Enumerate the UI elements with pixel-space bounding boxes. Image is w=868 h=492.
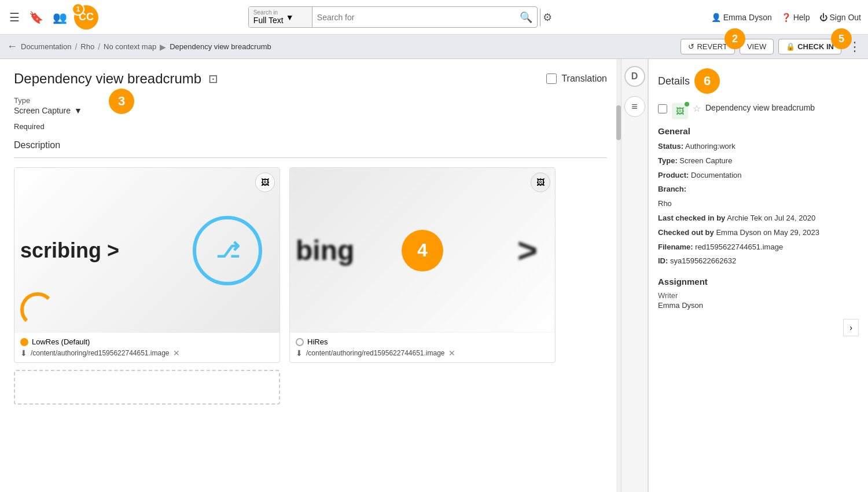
page-title: Dependency view breadcrumb: [14, 71, 201, 87]
logo-circle[interactable]: CC 1: [74, 5, 98, 30]
user-name: Emma Dyson: [723, 13, 772, 22]
images-row: scribing > ⎇ 🖼 LowRes (Default): [14, 167, 607, 363]
back-button[interactable]: ←: [7, 41, 17, 53]
nav-right: 👤 Emma Dyson ❓ Help ⏻ Sign Out: [711, 13, 861, 22]
image-mock-2: bing >: [290, 168, 555, 333]
page-title-row: Dependency view breadcrumb ⊡ Translation: [14, 71, 607, 87]
revert-label: REVERT: [697, 42, 727, 51]
green-dot: [685, 102, 689, 107]
resolution-label-2: HiRes: [307, 337, 328, 346]
type-label: Type:: [658, 156, 678, 165]
power-icon: ⏻: [819, 13, 827, 22]
checkin-button[interactable]: 🔒 CHECK IN: [778, 39, 841, 54]
add-image-box[interactable]: [14, 370, 280, 405]
type-value[interactable]: Screen Capture ▼ 3: [14, 106, 607, 115]
revert-button[interactable]: ↺ REVERT: [681, 39, 735, 54]
details-title: Details: [658, 75, 690, 87]
scroll-thumb: [616, 105, 621, 140]
details-item-row: 🖼 ☆ Dependency view breadcrumb: [658, 103, 859, 119]
image-action-btn-2[interactable]: 🖼: [531, 172, 550, 192]
file-path-row-2: ⬇ /content/authoring/red1595622744651.im…: [296, 348, 549, 358]
radio-unselected-2[interactable]: [296, 338, 304, 346]
breadcrumb-sep2: /: [98, 42, 100, 52]
search-area: Search in Full Text ▼ 🔍 ⚙: [103, 6, 697, 28]
image-preview-2: bing > 🖼 4: [290, 168, 555, 333]
product-value: Documentation: [691, 171, 741, 179]
breadcrumb-current: Dependency view breadcrumb: [170, 42, 271, 51]
chevron-down-icon: ▼: [286, 13, 294, 22]
resolution-label-1: LowRes (Default): [32, 337, 90, 346]
d-panel-icon[interactable]: D: [624, 66, 645, 87]
last-checked-line: Last checked in by Archie Tek on Jul 24,…: [658, 212, 859, 225]
type-detail-value: Screen Capture: [679, 156, 732, 165]
branch-value: Rho: [658, 199, 672, 208]
translation-checkbox[interactable]: [546, 74, 557, 84]
user-info[interactable]: 👤 Emma Dyson: [711, 13, 772, 22]
breadcrumb-bar: ← Documentation / Rho / No context map ▶…: [0, 35, 868, 59]
general-section: General Status: Authoring:work Type: Scr…: [658, 126, 859, 267]
people-icon[interactable]: 👥: [50, 8, 69, 27]
left-panel: Dependency view breadcrumb ⊡ Translation…: [0, 59, 621, 492]
star-icon[interactable]: ☆: [693, 103, 701, 114]
last-checked-value: Archie Tek on Jul 24, 2020: [727, 214, 815, 222]
type-field-label: Type: [14, 96, 607, 105]
type-dropdown-icon[interactable]: ▼: [74, 106, 82, 115]
details-item-checkbox[interactable]: [658, 104, 667, 113]
description-section-title: Description: [14, 140, 607, 150]
menu-icon[interactable]: ☰: [7, 8, 22, 27]
download-icon-1[interactable]: ⬇: [20, 348, 27, 358]
type-text: Screen Capture: [14, 106, 71, 115]
list-panel-icon[interactable]: ≡: [624, 96, 645, 117]
image-card-1: scribing > ⎇ 🖼 LowRes (Default): [14, 167, 280, 363]
search-box-wrapper: Search in Full Text ▼ 🔍: [248, 6, 538, 28]
d-label: D: [631, 71, 638, 82]
img1-circle: ⎇: [193, 216, 262, 285]
main-layout: Dependency view breadcrumb ⊡ Translation…: [0, 59, 868, 492]
search-divider: [540, 9, 540, 26]
description-divider: [14, 157, 607, 158]
lock-icon: 🔒: [786, 42, 795, 51]
delete-icon-2[interactable]: ✕: [448, 348, 455, 358]
file-path-row-1: ⬇ /content/authoring/red1595622744651.im…: [20, 348, 274, 358]
scroll-bar: [616, 59, 621, 492]
image-action-btn-1[interactable]: 🖼: [255, 172, 275, 192]
radio-selected-1[interactable]: [20, 338, 28, 346]
search-input[interactable]: [312, 8, 515, 27]
delete-icon-1[interactable]: ✕: [173, 348, 180, 358]
img1-circle-icon: ⎇: [216, 238, 240, 263]
branch-label: Branch:: [658, 185, 686, 193]
breadcrumb-actions: ↺ REVERT 2 VIEW 🔒 CHECK IN 5 ⋮: [681, 39, 861, 54]
filter-icon[interactable]: ⚙: [543, 11, 552, 24]
image-preview-1: scribing > ⎇ 🖼: [14, 168, 279, 333]
image-icon-1: 🖼: [261, 178, 269, 187]
img1-text: scribing >: [20, 238, 119, 263]
breadcrumb-doc[interactable]: Documentation: [21, 42, 71, 51]
sign-out-button[interactable]: ⏻ Sign Out: [819, 13, 861, 22]
image-card-2: bing > 🖼 4 HiRes ⬇ /c: [289, 167, 556, 363]
image-file-icon: 🖼: [676, 107, 684, 116]
assignment-title: Assignment: [658, 277, 859, 287]
required-label: Required: [14, 122, 607, 131]
id-label: ID:: [658, 256, 668, 265]
file-path-1: /content/authoring/red1595622744651.imag…: [31, 349, 170, 357]
more-options-icon[interactable]: ⋮: [848, 39, 861, 54]
expand-button[interactable]: ›: [843, 319, 859, 336]
type-field-row: Type Screen Capture ▼ 3: [14, 96, 607, 115]
breadcrumb-nomap[interactable]: No context map: [104, 42, 156, 51]
radio-row-2: HiRes: [296, 337, 549, 346]
breadcrumb-rho[interactable]: Rho: [80, 42, 94, 51]
product-line: Product: Documentation: [658, 170, 859, 182]
download-icon-2[interactable]: ⬇: [296, 348, 303, 358]
search-icon[interactable]: 🔍: [515, 11, 537, 24]
split-view-icon[interactable]: ⊡: [208, 72, 218, 86]
general-title: General: [658, 126, 859, 136]
help-icon: ❓: [781, 13, 791, 22]
view-button[interactable]: VIEW: [740, 39, 774, 54]
sign-out-label: Sign Out: [830, 13, 861, 22]
search-in-label: Search in: [253, 9, 284, 16]
id-value: sya1595622662632: [670, 256, 736, 265]
help-button[interactable]: ❓ Help: [781, 13, 810, 22]
search-type-select[interactable]: Search in Full Text ▼: [249, 7, 312, 27]
revert-btn-wrap: ↺ REVERT 2: [681, 39, 735, 54]
bookmark-icon[interactable]: 🔖: [27, 8, 46, 27]
